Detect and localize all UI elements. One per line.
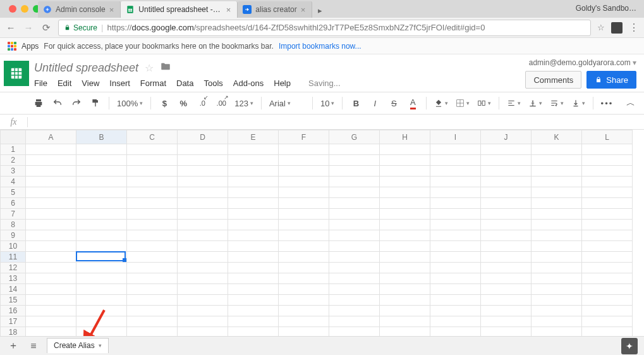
cell[interactable] (127, 230, 178, 241)
cell[interactable] (76, 252, 127, 263)
column-header[interactable]: G (329, 130, 380, 144)
cell[interactable] (228, 209, 279, 220)
row-header[interactable]: 9 (1, 230, 26, 241)
cell[interactable] (380, 187, 430, 198)
cell[interactable] (329, 155, 380, 166)
column-header[interactable]: C (127, 130, 178, 144)
cell[interactable] (532, 252, 582, 263)
cell[interactable] (380, 316, 430, 327)
cell[interactable] (26, 316, 76, 327)
cell[interactable] (481, 144, 532, 155)
cell[interactable] (481, 209, 532, 220)
cell[interactable] (228, 144, 279, 155)
cell[interactable] (380, 306, 430, 316)
cell[interactable] (26, 252, 76, 263)
menu-addons[interactable]: Add-ons (233, 78, 264, 88)
column-header[interactable]: B (76, 130, 127, 144)
cell[interactable] (380, 252, 430, 263)
row-header[interactable]: 5 (1, 187, 26, 198)
cell[interactable] (228, 284, 279, 295)
cell[interactable] (481, 316, 532, 327)
cell[interactable] (481, 284, 532, 295)
cell[interactable] (481, 306, 532, 316)
cell[interactable] (76, 241, 127, 252)
cell[interactable] (26, 155, 76, 166)
cell[interactable] (26, 295, 76, 306)
cell[interactable] (582, 166, 633, 177)
cell[interactable] (481, 230, 532, 241)
fill-color-icon[interactable]: ▾ (432, 95, 451, 111)
cell[interactable] (582, 252, 633, 263)
collapse-toolbar-icon[interactable]: ︿ (623, 95, 639, 111)
comments-button[interactable]: Comments (525, 71, 581, 89)
cell[interactable] (26, 263, 76, 273)
cell[interactable] (26, 284, 76, 295)
cell[interactable] (532, 284, 582, 295)
window-minimize-button[interactable] (21, 5, 28, 13)
apps-label[interactable]: Apps (21, 42, 39, 51)
cell[interactable] (26, 166, 76, 177)
cell[interactable] (279, 252, 329, 263)
cell[interactable] (279, 198, 329, 209)
cell[interactable] (279, 155, 329, 166)
row-header[interactable]: 11 (1, 252, 26, 263)
cell[interactable] (329, 252, 380, 263)
cell[interactable] (532, 220, 582, 230)
cell[interactable] (582, 155, 633, 166)
cell[interactable] (532, 306, 582, 316)
cell[interactable] (178, 273, 228, 284)
cell[interactable] (430, 220, 481, 230)
cell[interactable] (76, 284, 127, 295)
cell[interactable] (127, 144, 178, 155)
cell[interactable] (178, 155, 228, 166)
cell[interactable] (178, 295, 228, 306)
undo-icon[interactable] (49, 95, 66, 111)
cell[interactable] (76, 155, 127, 166)
cell[interactable] (178, 198, 228, 209)
cell[interactable] (430, 198, 481, 209)
redo-icon[interactable] (68, 95, 85, 111)
currency-icon[interactable]: $ (156, 95, 173, 111)
all-sheets-button[interactable]: ≡ (27, 339, 40, 353)
text-wrap-icon[interactable]: ▾ (547, 95, 566, 111)
cell[interactable] (127, 241, 178, 252)
cell[interactable] (329, 316, 380, 327)
cell[interactable] (329, 209, 380, 220)
sheet-tab-menu-icon[interactable]: ▾ (99, 342, 102, 349)
bookmark-star-icon[interactable]: ☆ (597, 23, 605, 32)
cell[interactable] (76, 177, 127, 187)
row-header[interactable]: 2 (1, 155, 26, 166)
cell[interactable] (279, 209, 329, 220)
menu-file[interactable]: File (34, 78, 47, 88)
merge-cells-icon[interactable]: ▾ (475, 95, 494, 111)
row-header[interactable]: 3 (1, 166, 26, 177)
cell[interactable] (532, 263, 582, 273)
cell[interactable] (430, 306, 481, 316)
cell[interactable] (127, 316, 178, 327)
cell[interactable] (532, 166, 582, 177)
column-header[interactable]: K (532, 130, 582, 144)
column-header[interactable]: F (279, 130, 329, 144)
cell[interactable] (228, 230, 279, 241)
back-button[interactable]: ← (5, 22, 16, 34)
cell[interactable] (380, 144, 430, 155)
row-header[interactable]: 14 (1, 284, 26, 295)
row-header[interactable]: 15 (1, 295, 26, 306)
cell[interactable] (380, 220, 430, 230)
cell[interactable] (430, 241, 481, 252)
cell[interactable] (76, 187, 127, 198)
cell[interactable] (178, 284, 228, 295)
star-icon[interactable]: ☆ (145, 62, 154, 74)
cell[interactable] (279, 273, 329, 284)
zoom-select[interactable]: 100%▾ (114, 95, 145, 111)
cell[interactable] (329, 273, 380, 284)
menu-tools[interactable]: Tools (204, 78, 222, 88)
cell[interactable] (178, 209, 228, 220)
cell[interactable] (430, 209, 481, 220)
font-size-select[interactable]: 10▾ (318, 95, 337, 111)
cell[interactable] (430, 284, 481, 295)
borders-icon[interactable]: ▾ (453, 95, 472, 111)
row-header[interactable]: 10 (1, 241, 26, 252)
text-rotation-icon[interactable]: ▾ (569, 95, 588, 111)
cell[interactable] (582, 306, 633, 316)
